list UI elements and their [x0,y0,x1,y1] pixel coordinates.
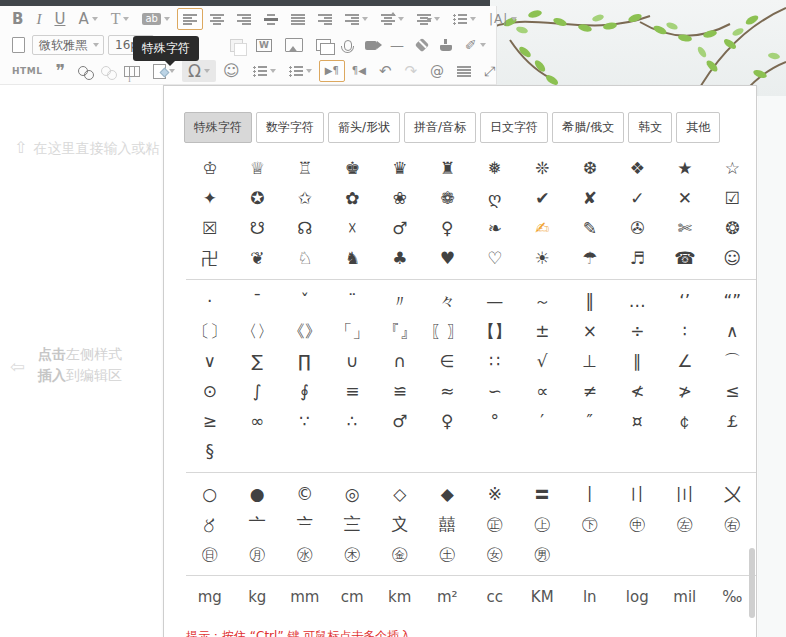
paste-format-button[interactable] [224,34,249,56]
symbol-cell[interactable]: ☓ [329,213,377,243]
symbol-cell[interactable]: ♖ [281,153,329,183]
symbol-cell[interactable]: ′ [519,406,567,436]
symbol-cell[interactable]: ✦ [186,183,234,213]
symbol-cell[interactable]: ღ [471,183,519,213]
symbol-cell[interactable]: 〡 [566,479,614,509]
symbol-cell[interactable]: ㊍ [329,539,377,569]
symbol-cell[interactable]: ☋ [234,213,282,243]
insert-video-button[interactable] [359,34,383,56]
symbol-cell[interactable]: 卍 [186,243,234,273]
font-color-button[interactable]: A [72,8,103,30]
undo-button[interactable]: ↶ [373,60,398,82]
symbol-cell[interactable]: ❆ [566,153,614,183]
symbol-cell[interactable]: ∑ [234,346,282,376]
symbol-cell[interactable]: ○ [186,479,234,509]
first-line-indent-button[interactable] [339,8,374,30]
symbol-cell[interactable]: ◎ [329,479,377,509]
symbol-cell[interactable]: ≤ [709,376,757,406]
symbol-cell[interactable]: ✘ [566,183,614,213]
symbol-cell[interactable]: … [614,286,662,316]
align-center-button[interactable] [204,8,230,30]
symbol-cell[interactable]: ♀ [424,213,472,243]
symbol-cell[interactable]: km [376,582,424,612]
symbol-cell[interactable]: ♣ [376,243,424,273]
symbol-cell[interactable]: ♀ [424,406,472,436]
symbol-cell[interactable]: ❊ [519,153,567,183]
symbol-cell[interactable]: ∵ [281,406,329,436]
symbol-cell[interactable]: ♥ [424,243,472,273]
symbol-cell[interactable]: 〃 [376,286,424,316]
symbol-cell[interactable]: ≈ [424,376,472,406]
symbol-cell[interactable]: ≌ [376,376,424,406]
symbol-cell[interactable]: ♔ [186,153,234,183]
symbol-cell[interactable]: 《》 [281,316,329,346]
tab-japanese-chars[interactable]: 日文字符 [480,112,548,143]
symbol-cell[interactable]: 〢 [614,479,662,509]
symbol-cell[interactable]: 【】 [471,316,519,346]
symbol-cell[interactable]: mm [281,582,329,612]
symbol-cell[interactable]: ㊏ [424,539,472,569]
symbol-cell[interactable]: √ [519,346,567,376]
symbol-cell[interactable]: ～ [519,286,567,316]
symbol-cell[interactable]: × [566,316,614,346]
italic-button[interactable]: I [30,8,47,30]
symbol-cell[interactable]: 〧 [281,509,329,539]
insert-image-button[interactable] [279,34,309,56]
ltr-button[interactable]: ▶¶ [319,60,345,82]
symbol-cell[interactable]: © [281,479,329,509]
symbol-cell[interactable]: ㊧ [661,509,709,539]
symbol-cell[interactable]: m² [424,582,472,612]
symbol-cell[interactable]: ♬ [614,243,662,273]
symbol-cell[interactable]: ¨ [329,286,377,316]
symbol-cell[interactable]: ♞ [329,243,377,273]
symbol-cell[interactable]: ◆ [424,479,472,509]
symbol-cell[interactable]: 〓 [519,479,567,509]
symbol-cell[interactable]: ≥ [186,406,234,436]
symbol-cell[interactable]: ✪ [234,183,282,213]
symbol-cell[interactable]: ☆ [709,153,757,183]
symbol-cell[interactable]: ☒ [186,213,234,243]
symbol-cell[interactable]: ❧ [471,213,519,243]
tab-pinyin-phonetic[interactable]: 拼音/音标 [404,112,476,143]
symbol-cell[interactable]: ✔ [519,183,567,213]
symbol-cell[interactable]: ∠ [661,346,709,376]
new-document-button[interactable] [6,34,31,56]
symbol-cell[interactable]: KM [519,582,567,612]
symbol-cell[interactable]: ˉ [234,286,282,316]
symbol-cell[interactable]: mil [661,582,709,612]
symbol-cell[interactable]: ± [519,316,567,346]
symbol-cell[interactable]: ✿ [329,183,377,213]
symbol-cell[interactable]: ✩ [281,183,329,213]
symbol-cell[interactable]: ♕ [234,153,282,183]
emotion-button[interactable]: ☺ [217,60,246,82]
summary-button[interactable] [451,60,477,82]
redo-button[interactable]: ↷ [398,60,423,82]
symbol-cell[interactable]: ≡ [329,376,377,406]
highlight-button[interactable]: ab [136,8,175,30]
symbol-cell[interactable]: ♂ [376,406,424,436]
symbol-cell[interactable]: ♘ [281,243,329,273]
symbol-cell[interactable]: ★ [661,153,709,183]
symbol-cell[interactable]: 〤 [709,479,757,509]
horizontal-rule-button[interactable]: — [384,34,410,56]
symbol-cell[interactable]: ∝ [519,376,567,406]
symbol-cell[interactable]: 〈〉 [234,316,282,346]
symbol-cell[interactable]: ″ [566,406,614,436]
symbol-cell[interactable]: ❀ [376,183,424,213]
symbol-cell[interactable]: ∷ [471,346,519,376]
symbol-cell[interactable]: ♚ [329,153,377,183]
symbol-cell[interactable]: ● [234,479,282,509]
symbol-cell[interactable]: ☑ [709,183,757,213]
text-style-button[interactable]: T [105,8,136,30]
tab-greek-russian[interactable]: 希腊/俄文 [552,112,624,143]
symbol-cell[interactable]: ㊛ [471,539,519,569]
symbol-cell[interactable]: ㊣ [471,509,519,539]
symbol-cell[interactable]: ‖ [566,286,614,316]
eraser-button[interactable] [411,34,433,56]
symbol-cell[interactable]: ◇ [376,479,424,509]
symbol-cell[interactable]: — [471,286,519,316]
symbol-cell[interactable]: ∞ [234,406,282,436]
insert-gallery-button[interactable] [310,34,337,56]
panel-scrollbar[interactable] [749,548,755,618]
symbol-cell[interactable]: ㊊ [234,539,282,569]
